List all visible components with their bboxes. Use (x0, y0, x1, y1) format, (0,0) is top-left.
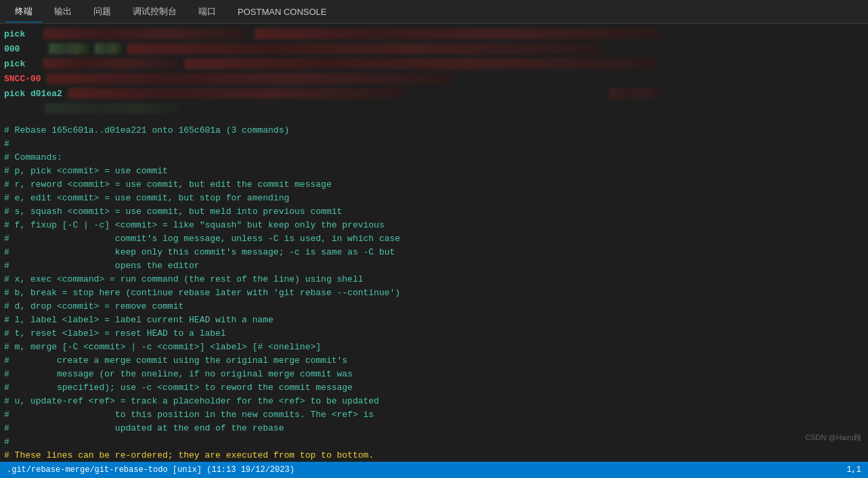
tab-ports[interactable]: 端口 (189, 1, 225, 22)
comment-line-3: # Commands: (4, 151, 864, 165)
comment-line-12: # x, exec <command> = run command (the r… (4, 273, 864, 286)
comment-line-4: # p, pick <commit> = use commit (4, 165, 864, 178)
watermark: CSDN @Hairu顾 (805, 433, 861, 443)
comment-line-23: # updated at the end of the rebase (4, 422, 864, 435)
comment-line-9: # commit's log message, unless -C is use… (4, 232, 864, 246)
status-bar: .git/rebase-merge/git-rebase-todo [unix]… (0, 462, 868, 478)
sncc-label: SNCC-00 (4, 74, 41, 84)
pick-label-5: pick d01ea2 (4, 89, 62, 99)
pick-label-3: pick (4, 59, 38, 69)
comment-line-2: # (4, 137, 864, 151)
top-blurred-section: pick 000 pick SNCC-00 pick d01ea2 (4, 26, 864, 108)
comment-line-14: # d, drop <commit> = remove commit (4, 300, 864, 313)
tab-debug-console[interactable]: 调试控制台 (123, 1, 186, 22)
comment-line-22: # to this position in the new commits. T… (4, 408, 864, 422)
comment-line-7: # s, squash <commit> = use commit, but m… (4, 205, 864, 219)
pick-label-1: pick (4, 29, 38, 39)
tab-bar: 终端 输出 问题 调试控制台 端口 POSTMAN CONSOLE (0, 0, 868, 24)
comment-line-21: # u, update-ref <ref> = track a placehol… (4, 395, 864, 408)
comment-line-24: # (4, 435, 864, 449)
tab-terminal[interactable]: 终端 (5, 1, 42, 22)
comment-line-1: # Rebase 165c601a..d01ea221 onto 165c601… (4, 124, 864, 137)
comment-line-8: # f, fixup [-C | -c] <commit> = like "sq… (4, 219, 864, 232)
comment-line-16: # t, reset <label> = reset HEAD to a lab… (4, 327, 864, 341)
blurred-line-1: pick (4, 26, 864, 41)
pick-label-2: 000 (4, 44, 38, 54)
status-right: 1,1 (846, 465, 861, 475)
blurred-line-3: pick (4, 56, 864, 71)
comment-line-6: # e, edit <commit> = use commit, but sto… (4, 192, 864, 205)
blurred-line-4: SNCC-00 (4, 71, 864, 86)
comment-line-17: # m, merge [-C <commit> | -c <commit>] <… (4, 341, 864, 354)
blurred-line-extra (4, 101, 864, 116)
blurred-line-5: pick d01ea2 (4, 86, 864, 101)
tab-problems[interactable]: 问题 (84, 1, 121, 22)
tab-output[interactable]: 输出 (45, 1, 81, 22)
blurred-line-2: 000 (4, 41, 864, 56)
comment-line-10: # keep only this commit's message; -c is… (4, 246, 864, 259)
comment-line-15: # l, label <label> = label current HEAD … (4, 313, 864, 327)
comment-line-20: # specified); use -c <commit> to reword … (4, 381, 864, 395)
comment-line-19: # message (or the oneline, if no origina… (4, 368, 864, 381)
comment-line-5: # r, reword <commit> = use commit, but e… (4, 178, 864, 192)
tab-postman[interactable]: POSTMAN CONSOLE (228, 3, 336, 21)
terminal-area: pick 000 pick SNCC-00 pick d01ea2 (0, 24, 868, 462)
comment-line-11: # opens the editor (4, 259, 864, 273)
comment-block: # Rebase 165c601a..d01ea221 onto 165c601… (4, 110, 864, 462)
status-left: .git/rebase-merge/git-rebase-todo [unix]… (7, 465, 295, 475)
comment-line-25: # These lines can be re-ordered; they ar… (4, 449, 864, 462)
comment-line-13: # b, break = stop here (continue rebase … (4, 286, 864, 300)
comment-line-18: # create a merge commit using the origin… (4, 354, 864, 368)
